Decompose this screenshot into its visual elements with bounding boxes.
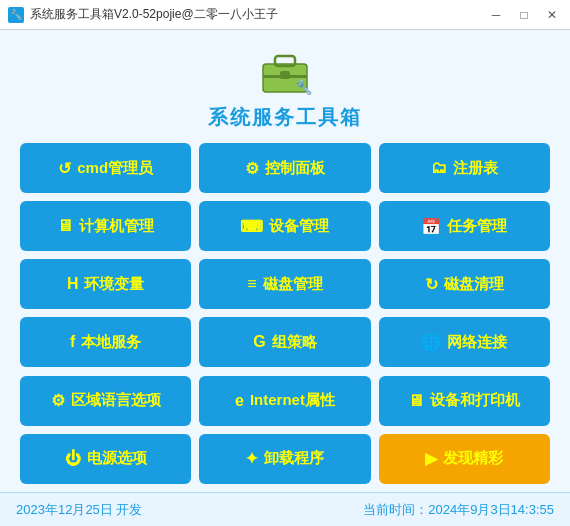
discover-icon: ▶ bbox=[425, 449, 437, 468]
tool-button-region[interactable]: ⚙区域语言选项 bbox=[20, 376, 191, 426]
maximize-button[interactable]: □ bbox=[514, 7, 534, 23]
control-icon: ⚙ bbox=[245, 159, 259, 178]
region-label: 区域语言选项 bbox=[71, 391, 161, 410]
tool-button-device[interactable]: ⌨设备管理 bbox=[199, 201, 370, 251]
uninstall-icon: ✦ bbox=[245, 449, 258, 468]
internet-icon: e bbox=[235, 392, 244, 410]
toolbox-icon: 🔧 bbox=[257, 42, 313, 98]
service-icon: f bbox=[70, 333, 75, 351]
network-icon: 🌐 bbox=[421, 333, 441, 352]
svg-rect-3 bbox=[280, 71, 290, 79]
env-label: 环境变量 bbox=[84, 275, 144, 294]
current-time-value: 2024年9月3日14:3:55 bbox=[428, 502, 554, 517]
tool-button-task[interactable]: 📅任务管理 bbox=[379, 201, 550, 251]
region-icon: ⚙ bbox=[51, 391, 65, 410]
title-bar-left: 🔧 系统服务工具箱V2.0-52pojie@二零一八小王子 bbox=[8, 6, 278, 23]
tool-button-registry[interactable]: 🗂注册表 bbox=[379, 143, 550, 193]
registry-icon: 🗂 bbox=[431, 159, 447, 177]
gpedit-icon: G bbox=[253, 333, 265, 351]
app-icon: 🔧 bbox=[8, 7, 24, 23]
internet-label: Internet属性 bbox=[250, 391, 335, 410]
task-icon: 📅 bbox=[421, 217, 441, 236]
dev-date: 2023年12月25日 开发 bbox=[16, 501, 142, 519]
device-icon: ⌨ bbox=[240, 217, 263, 236]
cmd-label: cmd管理员 bbox=[77, 159, 153, 178]
device-label: 设备管理 bbox=[269, 217, 329, 236]
printer-icon: 🖥 bbox=[408, 392, 424, 410]
tool-button-gpedit[interactable]: G组策略 bbox=[199, 317, 370, 367]
title-bar-controls: ─ □ ✕ bbox=[486, 7, 562, 23]
tool-button-env[interactable]: H环境变量 bbox=[20, 259, 191, 309]
gpedit-label: 组策略 bbox=[272, 333, 317, 352]
app-header: 🔧 系统服务工具箱 bbox=[20, 40, 550, 131]
power-label: 电源选项 bbox=[87, 449, 147, 468]
clean-icon: ↻ bbox=[425, 275, 438, 294]
tool-button-discover[interactable]: ▶发现精彩 bbox=[379, 434, 550, 484]
control-label: 控制面板 bbox=[265, 159, 325, 178]
uninstall-label: 卸载程序 bbox=[264, 449, 324, 468]
computer-label: 计算机管理 bbox=[79, 217, 154, 236]
disk-label: 磁盘管理 bbox=[263, 275, 323, 294]
tool-button-disk[interactable]: ≡磁盘管理 bbox=[199, 259, 370, 309]
tool-button-cmd[interactable]: ↺cmd管理员 bbox=[20, 143, 191, 193]
current-time: 当前时间：2024年9月3日14:3:55 bbox=[363, 501, 554, 519]
clean-label: 磁盘清理 bbox=[444, 275, 504, 294]
main-content: 🔧 系统服务工具箱 ↺cmd管理员⚙控制面板🗂注册表🖥计算机管理⌨设备管理📅任务… bbox=[0, 30, 570, 492]
tool-button-internet[interactable]: eInternet属性 bbox=[199, 376, 370, 426]
registry-label: 注册表 bbox=[453, 159, 498, 178]
computer-icon: 🖥 bbox=[57, 217, 73, 235]
title-bar: 🔧 系统服务工具箱V2.0-52pojie@二零一八小王子 ─ □ ✕ bbox=[0, 0, 570, 30]
tool-button-power[interactable]: ⏻电源选项 bbox=[20, 434, 191, 484]
svg-text:🔧: 🔧 bbox=[295, 79, 313, 96]
minimize-button[interactable]: ─ bbox=[486, 7, 506, 23]
app-icon-area: 🔧 bbox=[255, 40, 315, 100]
tool-button-control[interactable]: ⚙控制面板 bbox=[199, 143, 370, 193]
disk-icon: ≡ bbox=[247, 275, 256, 293]
service-label: 本地服务 bbox=[81, 333, 141, 352]
button-grid: ↺cmd管理员⚙控制面板🗂注册表🖥计算机管理⌨设备管理📅任务管理H环境变量≡磁盘… bbox=[20, 143, 550, 484]
network-label: 网络连接 bbox=[447, 333, 507, 352]
footer: 2023年12月25日 开发 当前时间：2024年9月3日14:3:55 bbox=[0, 492, 570, 526]
power-icon: ⏻ bbox=[65, 450, 81, 468]
tool-button-clean[interactable]: ↻磁盘清理 bbox=[379, 259, 550, 309]
tool-button-computer[interactable]: 🖥计算机管理 bbox=[20, 201, 191, 251]
task-label: 任务管理 bbox=[447, 217, 507, 236]
window-title: 系统服务工具箱V2.0-52pojie@二零一八小王子 bbox=[30, 6, 278, 23]
env-icon: H bbox=[67, 275, 79, 293]
cmd-icon: ↺ bbox=[58, 159, 71, 178]
close-button[interactable]: ✕ bbox=[542, 7, 562, 23]
printer-label: 设备和打印机 bbox=[430, 391, 520, 410]
tool-button-uninstall[interactable]: ✦卸载程序 bbox=[199, 434, 370, 484]
tool-button-network[interactable]: 🌐网络连接 bbox=[379, 317, 550, 367]
discover-label: 发现精彩 bbox=[443, 449, 503, 468]
tool-button-service[interactable]: f本地服务 bbox=[20, 317, 191, 367]
tool-button-printer[interactable]: 🖥设备和打印机 bbox=[379, 376, 550, 426]
app-title: 系统服务工具箱 bbox=[208, 104, 362, 131]
current-time-label: 当前时间： bbox=[363, 502, 428, 517]
